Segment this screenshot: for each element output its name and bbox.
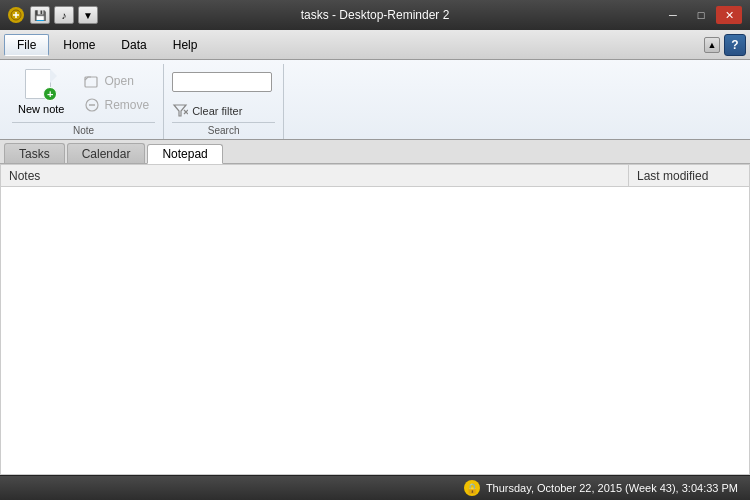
open-button[interactable]: Open bbox=[78, 71, 155, 91]
file-menu[interactable]: File bbox=[4, 34, 49, 56]
menu-bar-right: ▲ ? bbox=[704, 34, 746, 56]
note-plus-shape: + bbox=[43, 87, 57, 101]
status-lock-icon: 🔒 bbox=[464, 480, 480, 496]
title-bar: 💾 ♪ ▼ tasks - Desktop-Reminder 2 ─ □ ✕ bbox=[0, 0, 750, 30]
note-group-label: Note bbox=[12, 122, 155, 139]
note-corner-shape bbox=[50, 69, 57, 83]
status-bar: 🔒 Thursday, October 22, 2015 (Week 43), … bbox=[0, 475, 750, 500]
help-icon-btn[interactable]: ? bbox=[724, 34, 746, 56]
search-group-label: Search bbox=[172, 122, 275, 139]
status-datetime: Thursday, October 22, 2015 (Week 43), 3:… bbox=[486, 482, 738, 494]
last-modified-column-header: Last modified bbox=[629, 165, 749, 186]
tab-notepad[interactable]: Notepad bbox=[147, 144, 222, 164]
help-menu[interactable]: Help bbox=[161, 34, 210, 56]
new-note-button[interactable]: + New note bbox=[12, 65, 70, 120]
close-button[interactable]: ✕ bbox=[716, 6, 742, 24]
remove-button[interactable]: Remove bbox=[78, 95, 155, 115]
minimize-button[interactable]: ─ bbox=[660, 6, 686, 24]
clear-filter-button[interactable]: Clear filter bbox=[172, 100, 275, 122]
remove-label: Remove bbox=[104, 98, 149, 112]
quick-music-btn[interactable]: ♪ bbox=[54, 6, 74, 24]
quick-save-btn[interactable]: 💾 bbox=[30, 6, 50, 24]
tabs-bar: Tasks Calendar Notepad bbox=[0, 140, 750, 164]
window-title: tasks - Desktop-Reminder 2 bbox=[301, 8, 450, 22]
data-menu[interactable]: Data bbox=[109, 34, 158, 56]
ribbon: + New note Open bbox=[0, 60, 750, 140]
tab-tasks[interactable]: Tasks bbox=[4, 143, 65, 163]
app-icon bbox=[8, 7, 24, 23]
title-bar-left: 💾 ♪ ▼ bbox=[8, 6, 98, 24]
ribbon-note-content: + New note Open bbox=[12, 64, 155, 122]
new-note-label: New note bbox=[18, 103, 64, 116]
remove-icon bbox=[84, 97, 100, 113]
notes-table-header: Notes Last modified bbox=[1, 165, 749, 187]
notes-column-header: Notes bbox=[1, 165, 629, 186]
open-icon bbox=[84, 73, 100, 89]
menu-bar: File Home Data Help ▲ ? bbox=[0, 30, 750, 60]
open-label: Open bbox=[104, 74, 133, 88]
ribbon-search-group: Clear filter Search bbox=[164, 64, 284, 139]
tab-calendar[interactable]: Calendar bbox=[67, 143, 146, 163]
maximize-button[interactable]: □ bbox=[688, 6, 714, 24]
ribbon-collapse-btn[interactable]: ▲ bbox=[704, 37, 720, 53]
clear-filter-icon bbox=[172, 102, 188, 120]
window-controls: ─ □ ✕ bbox=[660, 6, 742, 24]
ribbon-note-group: + New note Open bbox=[4, 64, 164, 139]
clear-filter-label: Clear filter bbox=[192, 105, 242, 117]
quick-customize-btn[interactable]: ▼ bbox=[78, 6, 98, 24]
quick-access-toolbar: 💾 ♪ ▼ bbox=[30, 6, 98, 24]
new-note-icon: + bbox=[25, 69, 57, 101]
home-menu[interactable]: Home bbox=[51, 34, 107, 56]
main-content: Notes Last modified bbox=[0, 164, 750, 475]
search-input[interactable] bbox=[172, 72, 272, 92]
